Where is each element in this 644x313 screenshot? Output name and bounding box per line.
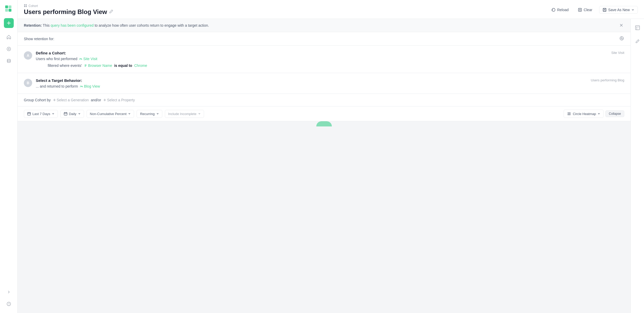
controls-row: Last 7 Days Daily Non-Cumulative Percent… — [18, 106, 631, 121]
svg-point-6 — [7, 59, 10, 61]
filter-row-a: filtered where events' Browser Name is e… — [48, 63, 608, 68]
edit-panel-icon[interactable] — [633, 37, 642, 46]
chevron-down-viz — [598, 112, 600, 115]
svg-rect-23 — [635, 26, 640, 30]
section-b-label-right: Users performing Blog — [591, 78, 624, 82]
site-visit-link[interactable]: Site Visit — [79, 57, 97, 61]
section-b-badge: B — [24, 79, 32, 87]
group-cohort-row: Group Cohort by Select a Generation and/… — [18, 94, 631, 106]
right-panel — [631, 19, 644, 313]
blog-view-link[interactable]: Blog View — [80, 84, 100, 88]
filter-value-link[interactable]: Chrome — [134, 63, 147, 68]
section-a-header: A Define a Cohort: Users who first perfo… — [24, 51, 624, 68]
section-b: B Select a Target Behavior: ... and retu… — [18, 73, 631, 94]
chart-hint — [316, 121, 332, 126]
sidebar: ? — [0, 0, 18, 313]
show-retention-row: Show retention for: — [18, 32, 631, 46]
plus-icon-property — [103, 98, 106, 102]
event-icon-a — [79, 57, 82, 61]
section-b-content: Select a Target Behavior: ... and return… — [36, 78, 587, 88]
main-content: Cohort Users performing Blog View Reload… — [18, 0, 644, 313]
svg-point-19 — [568, 112, 569, 113]
compass-icon[interactable] — [4, 44, 14, 54]
clear-icon — [578, 8, 582, 12]
content-inner: Retention: This query has been configure… — [18, 19, 631, 313]
breadcrumb: Cohort — [24, 4, 113, 8]
reload-button[interactable]: Reload — [549, 6, 571, 13]
banner-text: Retention: This query has been configure… — [24, 23, 618, 27]
clear-button[interactable]: Clear — [575, 6, 595, 13]
header-left: Cohort Users performing Blog View — [24, 4, 113, 16]
database-icon[interactable] — [4, 56, 14, 66]
metric-button[interactable]: Non-Cumulative Percent — [87, 110, 134, 118]
table-view-icon[interactable] — [633, 23, 642, 32]
grid-icon — [24, 4, 27, 8]
heatmap-icon — [567, 112, 571, 116]
save-as-new-button[interactable]: Save As New — [599, 6, 638, 14]
section-b-title: Select a Target Behavior: — [36, 78, 587, 83]
reload-icon — [551, 8, 556, 12]
viz-type-button[interactable]: Circle Heatmap — [564, 110, 604, 118]
section-b-row: ... and returned to perform Blog View — [36, 84, 587, 88]
edit-title-icon[interactable] — [109, 9, 113, 15]
date-range-button[interactable]: Last 7 Days — [24, 110, 58, 118]
plus-icon-generation — [53, 98, 56, 102]
svg-point-4 — [7, 47, 11, 51]
content-area: Retention: This query has been configure… — [18, 19, 644, 313]
add-button[interactable] — [4, 18, 14, 28]
svg-rect-2 — [5, 9, 8, 12]
svg-rect-11 — [24, 6, 25, 7]
select-property-link[interactable]: Select a Property — [103, 98, 135, 102]
chevron-down-date — [52, 112, 54, 115]
header-title-row: Users performing Blog View — [24, 8, 113, 16]
property-icon-a — [84, 64, 87, 67]
app-logo — [4, 4, 14, 14]
retention-banner: Retention: This query has been configure… — [18, 19, 631, 32]
collapse-button[interactable]: Collapse — [605, 110, 624, 117]
save-icon — [603, 8, 607, 12]
interval-button[interactable]: Daily — [60, 110, 84, 118]
chevron-down-metric — [128, 112, 131, 115]
svg-rect-17 — [27, 113, 31, 115]
section-a-content: Define a Cohort: Users who first perform… — [36, 51, 608, 68]
section-a-title: Define a Cohort: — [36, 51, 608, 55]
chevron-down-interval — [78, 112, 81, 115]
svg-rect-3 — [9, 9, 11, 12]
calendar-icon-interval — [64, 112, 67, 116]
event-icon-b — [80, 84, 83, 88]
svg-rect-9 — [24, 4, 25, 5]
svg-rect-1 — [9, 5, 11, 8]
section-b-header: B Select a Target Behavior: ... and retu… — [24, 78, 624, 88]
chevron-down-icon — [631, 8, 634, 11]
svg-rect-0 — [5, 5, 8, 8]
section-a: A Define a Cohort: Users who first perfo… — [18, 46, 631, 73]
browser-name-tag[interactable]: Browser Name — [84, 63, 112, 68]
svg-rect-10 — [26, 4, 27, 5]
chevron-down-recurrence — [156, 112, 159, 115]
svg-point-5 — [8, 48, 9, 49]
svg-rect-18 — [64, 113, 67, 115]
page-title: Users performing Blog View — [24, 8, 107, 16]
home-icon[interactable] — [4, 32, 14, 42]
svg-rect-15 — [604, 10, 605, 11]
expand-sidebar-btn[interactable] — [4, 287, 14, 297]
header-actions: Reload Clear Save As New — [549, 6, 638, 14]
svg-point-22 — [569, 114, 570, 115]
banner-close-button[interactable]: ✕ — [618, 23, 624, 28]
svg-point-21 — [568, 114, 569, 115]
calendar-icon-date — [27, 112, 31, 116]
chevron-down-incomplete — [198, 112, 201, 115]
svg-point-20 — [569, 112, 570, 113]
help-icon[interactable]: ? — [4, 299, 14, 309]
svg-rect-14 — [603, 8, 606, 11]
globe-icon[interactable] — [619, 36, 624, 42]
banner-link[interactable]: query has been configured — [51, 23, 94, 27]
chart-area — [18, 121, 631, 126]
section-a-label-right: Site Visit — [611, 51, 624, 55]
select-generation-link[interactable]: Select a Generation — [53, 98, 89, 102]
sidebar-bottom: ? — [4, 287, 14, 309]
incomplete-button[interactable]: Include Incomplete — [165, 110, 204, 118]
section-a-badge: A — [24, 51, 32, 60]
svg-text:?: ? — [8, 303, 10, 306]
recurrence-button[interactable]: Recurring — [137, 110, 162, 118]
